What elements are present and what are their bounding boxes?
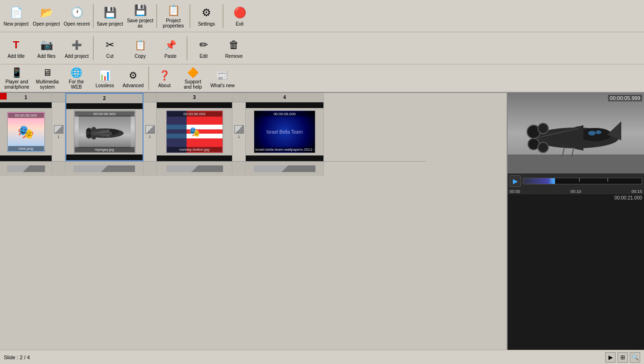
open-recent-label: Open recent — [63, 21, 89, 27]
sub-3-bar — [166, 165, 223, 172]
add-project-button[interactable]: Add project — [62, 35, 92, 62]
lossless-button[interactable]: Lossless — [90, 65, 119, 91]
sep4 — [223, 4, 224, 28]
transition-3[interactable]: 1 — [233, 93, 246, 161]
slide-2-thumb-area: 00:00:06.000 mpegay.jpg — [66, 103, 143, 160]
advanced-button[interactable]: Advanced — [119, 65, 147, 91]
svg-point-9 — [91, 127, 96, 132]
cut-label: Cut — [106, 54, 114, 59]
settings-button[interactable]: Settings — [191, 2, 222, 30]
svg-point-21 — [538, 142, 548, 153]
transition-2[interactable]: 1 — [143, 93, 157, 161]
cut-icon — [102, 37, 117, 53]
for-the-web-label: For theWEB — [69, 79, 84, 90]
time-10-label: 00:10 — [571, 189, 581, 194]
remove-icon — [226, 37, 242, 53]
slide-4-number: 4 — [246, 93, 323, 102]
add-title-label: Add title — [8, 54, 25, 59]
advanced-icon — [126, 69, 140, 82]
tick-10 — [579, 178, 580, 182]
slide-2-filename: mpegay.jpg — [75, 147, 134, 152]
about-icon — [158, 69, 171, 82]
add-files-button[interactable]: Add files — [31, 35, 62, 62]
sub-track — [0, 162, 426, 176]
status-grid-btn[interactable]: ⊞ — [617, 352, 628, 363]
settings-icon — [199, 5, 214, 20]
svg-point-23 — [596, 130, 601, 134]
exit-button[interactable]: Exit — [224, 2, 255, 30]
sep1 — [93, 4, 94, 28]
slide-4-item[interactable]: 4 Israel Bella Team 00:00:06.000 israel-… — [246, 93, 324, 161]
add-title-button[interactable]: Add title — [1, 35, 31, 62]
slide-4-thumb-area: Israel Bella Team 00:00:06.000 israel-be… — [246, 102, 323, 161]
exit-icon — [232, 5, 247, 20]
advanced-label: Advanced — [123, 83, 143, 88]
cut-button[interactable]: Cut — [95, 35, 125, 62]
airplane-svg — [79, 115, 131, 148]
svg-point-20 — [538, 123, 548, 134]
sub-2 — [65, 162, 143, 176]
paste-button[interactable]: Paste — [155, 35, 186, 62]
project-properties-button[interactable]: Project properties — [158, 2, 188, 30]
slide-1-number: 1 — [0, 93, 52, 102]
sub-t3 — [233, 162, 246, 176]
settings-label: Settings — [198, 21, 215, 27]
multimedia-label: Multimediasystem — [36, 79, 59, 90]
slide-3-item[interactable]: 3 🎭 00:00:06.000 norway-button.jpg — [157, 93, 233, 161]
slide-4-duration: 00:00:06.000 — [255, 111, 314, 117]
slide-2-item[interactable]: 2 — [65, 93, 143, 161]
save-project-button[interactable]: Save project — [95, 2, 125, 30]
open-project-button[interactable]: Open project — [31, 2, 62, 30]
slide-status: Slide : 2 / 4 — [4, 355, 30, 360]
slide-3-filename: norway-button.jpg — [167, 147, 222, 152]
svg-point-10 — [91, 135, 96, 139]
timeline-scrubber[interactable] — [523, 178, 642, 184]
sep7 — [148, 66, 149, 90]
support-help-button[interactable]: Supportand help — [179, 65, 207, 91]
edit-button[interactable]: Edit — [188, 35, 219, 62]
open-recent-button[interactable]: Open recent — [62, 2, 92, 30]
sub-4-bar — [254, 165, 315, 172]
open-icon — [39, 5, 54, 20]
remove-label: Remove — [225, 54, 242, 59]
new-project-button[interactable]: New project — [1, 2, 31, 30]
multimedia-system-button[interactable]: Multimediasystem — [33, 65, 62, 91]
save-as-icon — [133, 4, 148, 17]
open-recent-icon — [69, 5, 84, 20]
player-smartphone-button[interactable]: Player andsmartphone — [1, 65, 33, 91]
support-label: Supportand help — [184, 79, 202, 90]
play-button[interactable]: ▶ — [510, 175, 521, 187]
time-labels: 00:05 00:10 00:15 — [508, 189, 644, 194]
edit-icon — [196, 37, 211, 53]
slide-1-item[interactable]: 1 🎭 00:00:06.000 mee.png — [0, 93, 52, 161]
exit-label: Exit — [236, 21, 244, 27]
copy-icon — [133, 37, 148, 53]
transition-1-label: 1 — [57, 135, 59, 139]
time-15-label: 00:15 — [631, 189, 642, 194]
add-project-icon — [69, 37, 84, 53]
status-play-btn[interactable]: ▶ — [605, 352, 616, 363]
lossless-icon — [98, 69, 111, 82]
total-duration-display: 00:00:21.000 — [508, 194, 644, 201]
sub-4 — [246, 162, 324, 176]
player-icon — [10, 67, 23, 78]
for-the-web-button[interactable]: For theWEB — [62, 65, 90, 91]
add-files-icon — [39, 37, 54, 53]
svg-point-14 — [579, 128, 612, 141]
copy-button[interactable]: Copy — [125, 35, 155, 62]
sep2 — [156, 4, 157, 28]
transition-1[interactable]: 1 — [52, 93, 65, 161]
about-button[interactable]: About — [150, 65, 179, 91]
whats-new-button[interactable]: What's new — [207, 65, 238, 91]
sep6 — [187, 36, 188, 60]
support-icon — [186, 67, 199, 78]
timeline-progress — [523, 178, 554, 184]
remove-button[interactable]: Remove — [219, 35, 249, 62]
slide-2-duration: 00:00:06.000 — [75, 111, 134, 117]
slide-2-thumb: 00:00:06.000 mpegay.jpg — [74, 110, 135, 153]
status-zoom-btn[interactable]: 🔍 — [630, 352, 640, 363]
timeline-marker-red — [0, 93, 7, 100]
slide-1-filename: mee.png — [8, 146, 44, 151]
save-project-as-button[interactable]: Save project as — [125, 2, 155, 30]
toolbar-menu: Player andsmartphone Multimediasystem Fo… — [0, 64, 644, 93]
